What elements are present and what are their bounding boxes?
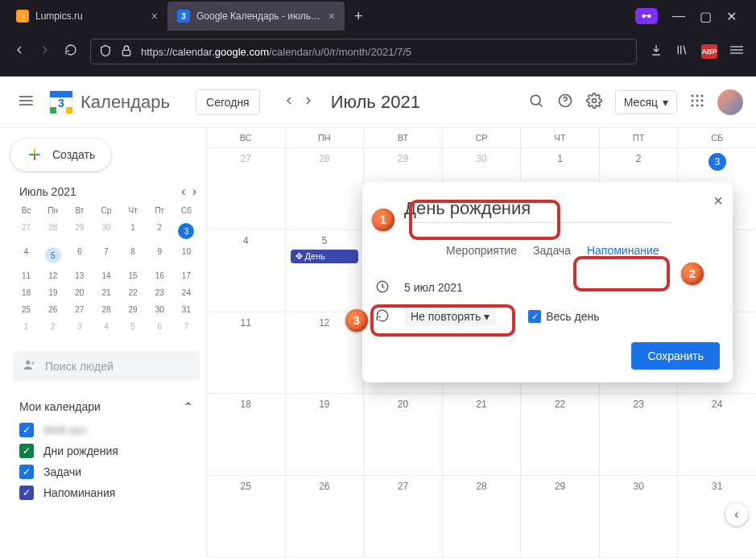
mini-day[interactable]: 25 xyxy=(13,301,39,318)
save-button[interactable]: Сохранить xyxy=(631,342,720,370)
close-window-icon[interactable]: ✕ xyxy=(726,9,737,24)
popup-close-icon[interactable]: × xyxy=(713,192,723,210)
mini-day[interactable]: 20 xyxy=(66,284,93,301)
mini-day[interactable]: 2 xyxy=(39,318,66,335)
event-chip[interactable]: ✥ День xyxy=(291,250,359,263)
abp-icon[interactable]: ABP xyxy=(701,44,717,59)
mini-day[interactable]: 24 xyxy=(173,284,200,301)
mini-day[interactable]: 11 xyxy=(13,267,39,284)
mini-day[interactable]: 12 xyxy=(39,267,66,284)
mini-day[interactable]: 8 xyxy=(120,243,147,267)
mini-day[interactable]: 16 xyxy=(147,267,173,284)
back-icon[interactable] xyxy=(13,43,26,60)
grid-day-cell[interactable]: 11 xyxy=(207,312,286,394)
grid-day-cell[interactable]: 20 xyxy=(364,394,443,475)
tab-lumpics[interactable]: Lumpics.ru × xyxy=(6,2,167,31)
mini-day[interactable]: 5 xyxy=(120,318,147,335)
next-month-icon[interactable] xyxy=(302,94,315,110)
mini-day[interactable]: 4 xyxy=(13,243,39,267)
mini-day[interactable]: 9 xyxy=(147,243,173,267)
maximize-icon[interactable]: ▢ xyxy=(700,9,712,24)
view-picker[interactable]: Месяц ▾ xyxy=(615,90,677,114)
grid-day-cell[interactable]: 30 xyxy=(600,476,679,557)
reload-icon[interactable] xyxy=(64,43,77,60)
vpn-mask-icon[interactable] xyxy=(635,8,658,24)
mini-day[interactable]: 31 xyxy=(173,301,200,318)
repeat-select[interactable]: Не повторять ▾ xyxy=(404,307,496,326)
date-row[interactable]: 5 июл 2021 xyxy=(404,275,720,300)
mini-day[interactable]: 28 xyxy=(93,301,119,318)
menu-icon[interactable] xyxy=(730,43,743,60)
new-tab-button[interactable]: + xyxy=(345,8,373,25)
forward-icon[interactable] xyxy=(39,43,52,60)
grid-day-cell[interactable]: 28 xyxy=(443,476,522,557)
grid-day-cell[interactable]: 5✥ День xyxy=(286,230,365,312)
mini-day[interactable]: 13 xyxy=(66,267,93,284)
mini-day[interactable]: 22 xyxy=(120,284,147,301)
calendar-item[interactable]: ✓Задачи xyxy=(13,461,200,482)
mini-day[interactable]: 27 xyxy=(13,219,39,243)
minimize-icon[interactable]: — xyxy=(672,9,685,23)
apps-grid-icon[interactable] xyxy=(690,93,704,111)
grid-day-cell[interactable]: 27 xyxy=(364,476,443,557)
expand-side-panel-icon[interactable]: ‹ xyxy=(725,503,748,526)
mini-day[interactable]: 19 xyxy=(39,284,66,301)
event-title-input[interactable] xyxy=(404,195,672,223)
my-calendars-header[interactable]: Мои календари ⌃ xyxy=(6,394,206,420)
mini-day[interactable]: 21 xyxy=(93,284,119,301)
settings-icon[interactable] xyxy=(586,93,602,112)
grid-day-cell[interactable]: 27 xyxy=(207,148,286,229)
mini-day[interactable]: 30 xyxy=(93,219,119,243)
calendar-item[interactable]: ✓Дни рождения xyxy=(13,440,200,461)
mini-day[interactable]: 23 xyxy=(147,284,173,301)
grid-day-cell[interactable]: 28 xyxy=(286,148,365,229)
grid-day-cell[interactable]: 22 xyxy=(521,394,600,475)
grid-day-cell[interactable]: 24 xyxy=(678,394,756,475)
mini-day[interactable]: 7 xyxy=(93,243,119,267)
mini-day[interactable]: 14 xyxy=(93,267,119,284)
mini-day[interactable]: 6 xyxy=(147,318,173,335)
tab-event[interactable]: Мероприятие xyxy=(446,239,517,262)
library-icon[interactable] xyxy=(675,43,688,60)
tab-gcal[interactable]: 3 Google Календарь - июль 2021 × xyxy=(167,2,345,31)
download-icon[interactable] xyxy=(650,43,663,60)
mini-day[interactable]: 27 xyxy=(66,301,93,318)
mini-day[interactable]: 28 xyxy=(39,219,66,243)
mini-day[interactable]: 18 xyxy=(13,284,39,301)
grid-day-cell[interactable]: 4 xyxy=(207,230,286,312)
mini-day[interactable]: 3 xyxy=(173,219,200,243)
tab-task[interactable]: Задача xyxy=(533,239,571,262)
today-button[interactable]: Сегодня xyxy=(196,89,260,115)
mini-prev-icon[interactable]: ‹ xyxy=(181,184,185,199)
search-people-input[interactable]: Поиск людей xyxy=(13,351,200,381)
all-day-checkbox[interactable]: ✓ Весь день xyxy=(528,310,599,323)
mini-day[interactable]: 26 xyxy=(39,301,66,318)
mini-day[interactable]: 30 xyxy=(147,301,173,318)
grid-day-cell[interactable]: 26 xyxy=(286,476,365,557)
grid-day-cell[interactable]: 23 xyxy=(600,394,679,475)
mini-day[interactable]: 29 xyxy=(66,219,93,243)
mini-day[interactable]: 10 xyxy=(173,243,200,267)
mini-day[interactable]: 29 xyxy=(120,301,147,318)
mini-next-icon[interactable]: › xyxy=(192,184,196,199)
close-icon[interactable]: × xyxy=(151,10,158,23)
mini-day[interactable]: 17 xyxy=(173,267,200,284)
grid-day-cell[interactable]: 19 xyxy=(286,394,365,475)
avatar[interactable] xyxy=(717,89,743,115)
mini-day[interactable]: 4 xyxy=(93,318,119,335)
mini-day[interactable]: 15 xyxy=(120,267,147,284)
grid-day-cell[interactable]: 21 xyxy=(443,394,522,475)
mini-day[interactable]: 1 xyxy=(120,219,147,243)
help-icon[interactable] xyxy=(557,93,573,112)
mini-day[interactable]: 2 xyxy=(147,219,173,243)
prev-month-icon[interactable] xyxy=(283,94,295,110)
mini-day[interactable]: 5 xyxy=(39,243,66,267)
logo[interactable]: 3 Календарь xyxy=(48,89,170,115)
tab-reminder[interactable]: Напоминание xyxy=(587,239,659,262)
url-input[interactable]: https://calendar.google.com/calendar/u/0… xyxy=(90,39,637,64)
grid-day-cell[interactable]: 25 xyxy=(207,476,286,557)
mini-day[interactable]: 7 xyxy=(173,318,200,335)
calendar-item[interactable]: ✓Напоминания xyxy=(13,482,200,503)
mini-day[interactable]: 3 xyxy=(66,318,93,335)
mini-day[interactable]: 6 xyxy=(66,243,93,267)
